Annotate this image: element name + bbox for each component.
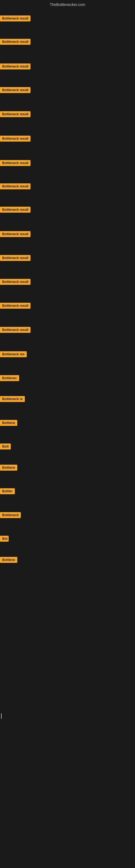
result-row-11: Bottleneck result xyxy=(0,255,31,261)
result-row-14: Bottleneck result xyxy=(0,327,31,333)
result-row-23: Bot xyxy=(0,536,9,542)
bottleneck-badge-6: Bottleneck result xyxy=(0,135,31,142)
bottleneck-badge-24: Bottlene xyxy=(0,557,17,563)
result-row-5: Bottleneck result xyxy=(0,111,31,117)
result-row-16: Bottlenec xyxy=(0,375,19,381)
result-row-4: Bottleneck result xyxy=(0,87,31,93)
bottleneck-badge-3: Bottleneck result xyxy=(0,63,31,69)
bottleneck-badge-10: Bottleneck result xyxy=(0,231,31,237)
bottleneck-badge-21: Bottler xyxy=(0,488,15,494)
result-row-8: Bottleneck result xyxy=(0,183,31,189)
result-row-3: Bottleneck result xyxy=(0,63,31,69)
bottleneck-badge-19: Bott xyxy=(0,443,11,450)
bottleneck-badge-17: Bottleneck re xyxy=(0,396,25,402)
cursor xyxy=(1,713,2,719)
bottleneck-badge-7: Bottleneck result xyxy=(0,160,31,166)
result-row-9: Bottleneck result xyxy=(0,207,31,213)
bottleneck-badge-1: Bottleneck result xyxy=(0,16,31,22)
bottleneck-badge-15: Bottleneck res xyxy=(0,351,27,357)
bottleneck-badge-13: Bottleneck result xyxy=(0,303,31,309)
bottleneck-badge-23: Bot xyxy=(0,536,9,542)
result-row-7: Bottleneck result xyxy=(0,160,31,166)
bottleneck-badge-4: Bottleneck result xyxy=(0,87,31,93)
bottleneck-badge-22: Bottleneck xyxy=(0,512,21,518)
result-row-2: Bottleneck result xyxy=(0,39,31,45)
result-row-20: Bottlene xyxy=(0,465,17,471)
result-row-6: Bottleneck result xyxy=(0,135,31,142)
bottleneck-badge-16: Bottlenec xyxy=(0,375,19,381)
bottleneck-badge-2: Bottleneck result xyxy=(0,39,31,45)
result-row-15: Bottleneck res xyxy=(0,351,27,357)
result-row-17: Bottleneck re xyxy=(0,396,25,402)
site-title: TheBottlenecker.com xyxy=(50,2,85,7)
bottleneck-badge-5: Bottleneck result xyxy=(0,111,31,117)
result-row-18: Bottlene xyxy=(0,420,17,426)
result-row-1: Bottleneck result xyxy=(0,16,31,22)
bottleneck-badge-11: Bottleneck result xyxy=(0,255,31,261)
result-row-13: Bottleneck result xyxy=(0,303,31,309)
result-row-12: Bottleneck result xyxy=(0,279,31,285)
results-container xyxy=(0,8,135,10)
result-row-22: Bottleneck xyxy=(0,512,21,518)
bottleneck-badge-9: Bottleneck result xyxy=(0,207,31,213)
result-row-24: Bottlene xyxy=(0,557,17,563)
bottleneck-badge-18: Bottlene xyxy=(0,420,17,426)
bottleneck-badge-20: Bottlene xyxy=(0,465,17,471)
bottleneck-badge-8: Bottleneck result xyxy=(0,183,31,189)
result-row-10: Bottleneck result xyxy=(0,231,31,237)
bottleneck-badge-12: Bottleneck result xyxy=(0,279,31,285)
site-header: TheBottlenecker.com xyxy=(0,0,135,8)
bottleneck-badge-14: Bottleneck result xyxy=(0,327,31,333)
result-row-19: Bott xyxy=(0,443,11,450)
result-row-21: Bottler xyxy=(0,488,15,494)
